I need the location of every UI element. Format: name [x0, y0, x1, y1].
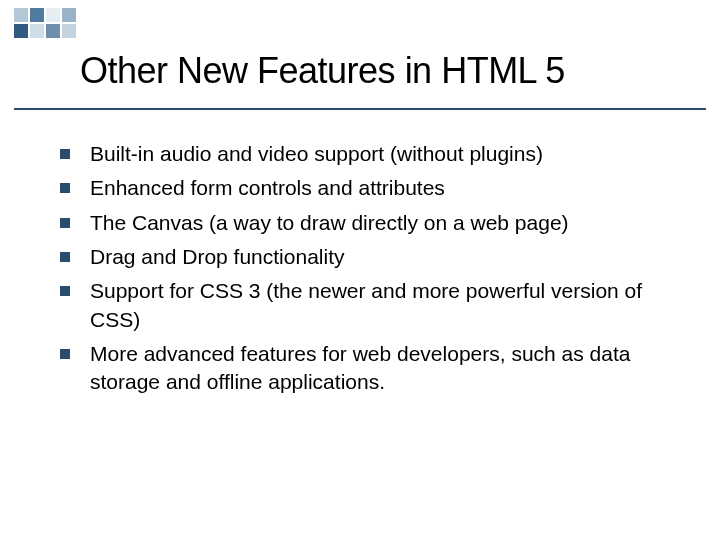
bullet-text: The Canvas (a way to draw directly on a … — [90, 209, 569, 237]
square-bullet-icon — [60, 218, 70, 228]
list-item: The Canvas (a way to draw directly on a … — [60, 209, 660, 237]
slide-title: Other New Features in HTML 5 — [80, 50, 680, 104]
square-bullet-icon — [60, 286, 70, 296]
bullet-text: Drag and Drop functionality — [90, 243, 344, 271]
title-area: Other New Features in HTML 5 — [80, 50, 680, 104]
list-item: Enhanced form controls and attributes — [60, 174, 660, 202]
bullet-text: Support for CSS 3 (the newer and more po… — [90, 277, 660, 334]
list-item: Support for CSS 3 (the newer and more po… — [60, 277, 660, 334]
content-area: Built-in audio and video support (withou… — [60, 140, 660, 403]
bullet-list: Built-in audio and video support (withou… — [60, 140, 660, 397]
bullet-text: Built-in audio and video support (withou… — [90, 140, 543, 168]
list-item: More advanced features for web developer… — [60, 340, 660, 397]
list-item: Drag and Drop functionality — [60, 243, 660, 271]
title-underline — [14, 108, 706, 110]
bullet-text: Enhanced form controls and attributes — [90, 174, 445, 202]
corner-squares-decoration — [14, 8, 76, 38]
square-bullet-icon — [60, 349, 70, 359]
square-bullet-icon — [60, 149, 70, 159]
square-bullet-icon — [60, 183, 70, 193]
square-bullet-icon — [60, 252, 70, 262]
bullet-text: More advanced features for web developer… — [90, 340, 660, 397]
list-item: Built-in audio and video support (withou… — [60, 140, 660, 168]
